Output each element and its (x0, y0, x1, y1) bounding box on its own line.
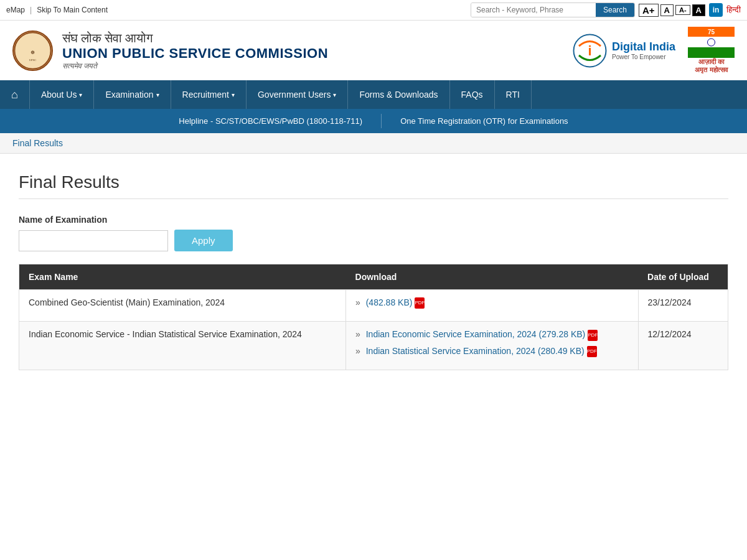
digital-india-text: Digital India Power To Empower (612, 40, 675, 60)
digital-india-logo: i Digital India Power To Empower (573, 34, 675, 68)
digital-india-icon: i (573, 34, 607, 68)
emap-link[interactable]: eMap (6, 6, 25, 14)
header: ☸ UPSC संघ लोक सेवा आयोग UNION PUBLIC SE… (0, 21, 747, 80)
amrit-mahotsav-logo: 75 आज़ादी का अमृत महोत्सव (688, 27, 735, 74)
date-upload-cell: 23/12/2024 (638, 290, 728, 322)
skip-to-main-link[interactable]: Skip To Main Content (37, 6, 108, 14)
digital-india-label: Digital India (612, 40, 675, 54)
filter-label: Name of Examination (19, 215, 728, 225)
col-date-upload: Date of Upload (638, 264, 728, 290)
download-link[interactable]: (482.88 KB)PDF (366, 297, 425, 307)
download-row: » (482.88 KB)PDF (355, 297, 629, 309)
filter-row: Apply (19, 230, 728, 251)
nav-forms-downloads[interactable]: Forms & Downloads (348, 80, 449, 109)
font-decrease-button[interactable]: A- (675, 5, 690, 15)
search-input[interactable] (471, 3, 596, 17)
search-button[interactable]: Search (596, 3, 634, 17)
apply-button[interactable]: Apply (174, 230, 233, 251)
nav-rti[interactable]: RTI (495, 80, 532, 109)
sub-nav: Helpline - SC/ST/OBC/EWS/PwBD (1800-118-… (0, 109, 747, 133)
nav-faqs[interactable]: FAQs (450, 80, 495, 109)
download-arrow-icon: » (355, 297, 363, 307)
nav-examination[interactable]: Examination ▾ (94, 80, 171, 109)
svg-text:75: 75 (708, 29, 715, 35)
nav-government-users[interactable]: Government Users ▾ (247, 80, 348, 109)
table-body: Combined Geo-Scientist (Main) Examinatio… (19, 290, 728, 370)
main-content: Final Results Name of Examination Apply … (0, 154, 747, 389)
svg-text:i: i (588, 43, 591, 58)
org-hindi-name: संघ लोक सेवा आयोग (62, 31, 328, 45)
date-upload-cell: 12/12/2024 (638, 322, 728, 370)
page-title: Final Results (19, 172, 728, 199)
download-row: » Indian Statistical Service Examination… (355, 346, 629, 357)
top-bar-right: Search A+ A A- A in हिन्दी (471, 2, 741, 17)
svg-text:☸: ☸ (31, 49, 35, 55)
download-link[interactable]: Indian Economic Service Examination, 202… (366, 329, 598, 339)
nav-recruitment[interactable]: Recruitment ▾ (171, 80, 247, 109)
nav-about-us[interactable]: About Us ▾ (30, 80, 95, 109)
font-reset-button[interactable]: A (692, 4, 705, 16)
svg-text:UPSC: UPSC (29, 58, 37, 61)
about-us-arrow-icon: ▾ (79, 91, 82, 98)
download-arrow-icon: » (355, 346, 363, 356)
emblem-logo: ☸ UPSC (12, 30, 53, 71)
top-bar: eMap | Skip To Main Content Search A+ A … (0, 0, 747, 21)
col-exam-name: Exam Name (19, 264, 346, 290)
svg-rect-7 (688, 47, 735, 58)
exam-name-input[interactable] (19, 230, 168, 251)
table-row: Combined Geo-Scientist (Main) Examinatio… (19, 290, 728, 322)
exam-name-cell: Indian Economic Service - Indian Statist… (19, 322, 346, 370)
amrit-label2: अमृत महोत्सव (695, 66, 727, 74)
digital-india-sub: Power To Empower (612, 54, 675, 60)
pdf-icon: PDF (588, 330, 598, 341)
examination-arrow-icon: ▾ (156, 91, 159, 98)
breadcrumb-bar: Final Results (0, 133, 747, 154)
exam-name-cell: Combined Geo-Scientist (Main) Examinatio… (19, 290, 346, 322)
nav-home-button[interactable]: ⌂ (0, 80, 30, 109)
amrit-label1: आज़ादी का (698, 58, 724, 66)
sub-nav-helpline[interactable]: Helpline - SC/ST/OBC/EWS/PwBD (1800-118-… (160, 109, 381, 133)
filter-form: Name of Examination Apply (19, 215, 728, 251)
sub-nav-otr[interactable]: One Time Registration (OTR) for Examinat… (382, 109, 586, 133)
font-size-controls: A+ A A- A (639, 4, 705, 17)
gov-users-arrow-icon: ▾ (333, 91, 336, 98)
download-cell: » (482.88 KB)PDF (346, 290, 639, 322)
hindi-language-link[interactable]: हिन्दी (726, 5, 741, 15)
file-size: (279.28 KB) (539, 329, 586, 339)
download-cell: » Indian Economic Service Examination, 2… (346, 322, 639, 370)
top-bar-left: eMap | Skip To Main Content (6, 6, 108, 14)
pdf-icon: PDF (587, 346, 597, 357)
header-left: ☸ UPSC संघ लोक सेवा आयोग UNION PUBLIC SE… (12, 30, 328, 71)
org-name: संघ लोक सेवा आयोग UNION PUBLIC SERVICE C… (62, 31, 328, 70)
amrit-mahotsav-icon: 75 (688, 27, 735, 58)
col-download: Download (346, 264, 639, 290)
download-row: » Indian Economic Service Examination, 2… (355, 329, 629, 340)
download-link[interactable]: Indian Statistical Service Examination, … (366, 346, 597, 356)
file-size: (280.49 KB) (538, 346, 585, 356)
org-english-name: UNION PUBLIC SERVICE COMMISSION (62, 45, 328, 62)
font-normal-button[interactable]: A (660, 4, 674, 16)
table-header-row: Exam Name Download Date of Upload (19, 264, 728, 290)
linkedin-icon[interactable]: in (709, 3, 723, 17)
results-table: Exam Name Download Date of Upload Combin… (19, 264, 728, 370)
file-size: (482.88 KB) (366, 297, 413, 307)
search-box: Search (471, 2, 635, 17)
nav-bar: ⌂ About Us ▾ Examination ▾ Recruitment ▾… (0, 80, 747, 109)
breadcrumb[interactable]: Final Results (12, 138, 63, 148)
download-arrow-icon: » (355, 329, 363, 339)
separator: | (30, 6, 32, 14)
pdf-icon: PDF (415, 297, 425, 309)
header-right: i Digital India Power To Empower 75 (573, 27, 735, 74)
org-motto: सत्यमेव जयते (62, 62, 328, 70)
recruitment-arrow-icon: ▾ (232, 91, 235, 98)
font-increase-button[interactable]: A+ (639, 4, 659, 17)
table-row: Indian Economic Service - Indian Statist… (19, 322, 728, 370)
table-header: Exam Name Download Date of Upload (19, 264, 728, 290)
